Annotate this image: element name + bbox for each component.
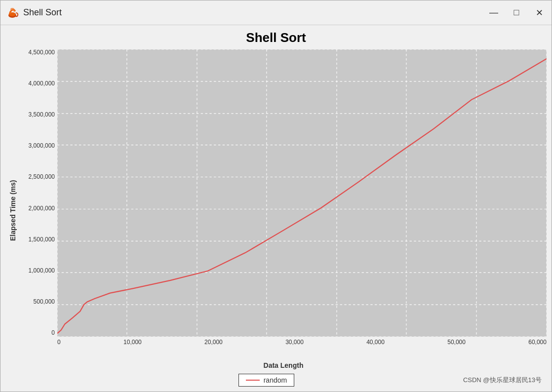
x-ticks-spacer [20,337,57,359]
x-tick: 50,000 [447,339,466,359]
y-axis-label: Elapsed Time (ms) [5,49,20,371]
x-tick: 40,000 [366,339,385,359]
x-axis-label: Data Length [264,361,304,369]
chart-line [57,59,547,333]
watermark: CSDN @快乐星球居民13号 [463,376,542,385]
y-tick: 1,000,000 [20,268,57,274]
plot-area-wrapper [57,49,547,337]
chart-container: Shell Sort Elapsed Time (ms) 4,500,0004,… [0,25,552,392]
title-bar: Shell Sort — □ ✕ [0,0,552,25]
plot-and-yaxis: 4,500,0004,000,0003,500,0003,000,0002,50… [20,49,547,337]
y-tick: 4,000,000 [20,80,57,86]
x-ticks: 010,00020,00030,00040,00050,00060,000 [57,337,547,359]
y-tick: 500,000 [20,299,57,305]
main-window: Shell Sort — □ ✕ Shell Sort Elapsed Time… [0,0,552,392]
y-tick: 2,000,000 [20,205,57,211]
java-icon [5,6,19,20]
x-tick: 30,000 [285,339,304,359]
chart-inner: 4,500,0004,000,0003,500,0003,000,0002,50… [20,49,547,371]
legend-label: random [264,376,287,384]
close-button[interactable]: ✕ [532,5,547,20]
title-bar-left: Shell Sort [5,6,62,20]
legend-area: random CSDN @快乐星球居民13号 [5,371,547,389]
svg-point-2 [10,8,14,11]
y-ticks: 4,500,0004,000,0003,500,0003,000,0002,50… [20,49,57,337]
y-tick: 2,500,000 [20,174,57,180]
maximize-button[interactable]: □ [509,5,524,20]
minimize-button[interactable]: — [486,5,501,20]
x-axis-container: 010,00020,00030,00040,00050,00060,000 [20,337,547,359]
x-tick: 60,000 [528,339,547,359]
x-tick: 0 [57,339,61,359]
x-tick: 20,000 [204,339,223,359]
y-tick: 4,500,000 [20,49,57,55]
plot-area [57,49,547,337]
x-axis-label-container: Data Length [20,359,547,371]
y-tick: 3,500,000 [20,112,57,118]
y-tick: 1,500,000 [20,236,57,242]
y-tick: 0 [20,330,57,336]
legend-box: random [238,374,294,387]
window-title: Shell Sort [23,7,62,18]
chart-title: Shell Sort [246,30,306,45]
x-tick: 10,000 [123,339,142,359]
y-tick: 3,000,000 [20,143,57,149]
chart-area: Elapsed Time (ms) 4,500,0004,000,0003,50… [5,49,547,371]
title-bar-controls: — □ ✕ [486,5,547,20]
legend-line-color [246,380,260,381]
